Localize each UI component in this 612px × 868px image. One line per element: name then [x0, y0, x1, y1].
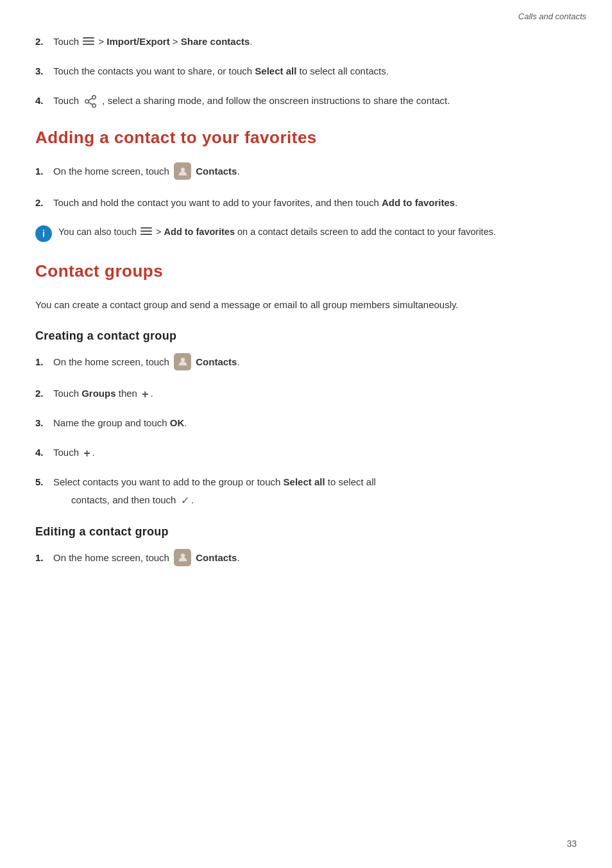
step-content: On the home screen, touch Contacts. [53, 164, 240, 181]
editing-group-heading: Editing a contact group [35, 525, 577, 539]
svg-point-0 [92, 96, 96, 100]
contact-groups-section: Contact groups You can create a contact … [35, 261, 577, 568]
page-header: Calls and contacts [0, 0, 612, 28]
step-item: 3. Name the group and touch OK. [35, 415, 577, 431]
step-number: 1. [35, 550, 53, 565]
step-item: 3. Touch the contacts you want to share,… [35, 64, 577, 79]
share-icon [83, 94, 98, 108]
step-content: Touch +. [53, 445, 95, 460]
step-content: Touch > Import/Export > Share contacts. [53, 34, 252, 49]
plus-icon: + [83, 447, 90, 459]
contact-groups-description: You can create a contact group and send … [35, 297, 577, 313]
step-number: 2. [35, 386, 53, 401]
step-number: 1. [35, 164, 53, 178]
creating-group-heading: Creating a contact group [35, 329, 577, 343]
svg-point-8 [180, 358, 184, 361]
plus-icon: + [142, 388, 149, 400]
step-content: Touch , select a sharing mode, and follo… [53, 93, 450, 108]
step-item: 1. On the home screen, touch Contacts. [35, 354, 577, 372]
svg-line-3 [89, 102, 92, 105]
step-number: 4. [35, 445, 53, 460]
step-number: 3. [35, 415, 53, 430]
step-item: 5. Select contacts you want to add to th… [35, 474, 577, 509]
step-number: 2. [35, 34, 53, 49]
info-icon: i [35, 225, 52, 242]
page-number: 33 [566, 838, 577, 849]
header-title: Calls and contacts [518, 12, 586, 21]
creating-group-subsection: Creating a contact group 1. On the home … [35, 329, 577, 509]
step-number: 3. [35, 64, 53, 78]
step-number: 4. [35, 93, 53, 108]
menu-icon [140, 227, 152, 236]
contact-groups-heading: Contact groups [35, 261, 577, 281]
step-item: 2. Touch Groups then +. [35, 386, 577, 401]
step-item: 1. On the home screen, touch Contacts. [35, 164, 577, 181]
menu-icon [83, 37, 94, 46]
check-icon: ✓ [181, 492, 189, 509]
step-number: 5. [35, 474, 53, 489]
step-content: Touch Groups then +. [53, 386, 153, 401]
step-content: Name the group and touch OK. [53, 415, 187, 431]
svg-point-6 [180, 168, 184, 171]
step-item: 4. Touch +. [35, 445, 577, 460]
step-item: 2. Touch and hold the contact you want t… [35, 195, 577, 211]
contacts-icon [174, 162, 191, 180]
favorites-heading: Adding a contact to your favorites [35, 128, 577, 148]
svg-point-10 [180, 553, 184, 557]
intro-steps-section: 2. Touch > Import/Export > Share contact… [35, 34, 577, 108]
step-item: 4. Touch , select a sharing mode, and fo… [35, 93, 577, 108]
editing-group-subsection: Editing a contact group 1. On the home s… [35, 525, 577, 568]
svg-point-1 [85, 100, 89, 103]
info-text: You can also touch > Add to favorites on… [58, 225, 577, 239]
svg-line-4 [89, 98, 92, 101]
step-number: 1. [35, 354, 53, 369]
step-item: 2. Touch > Import/Export > Share contact… [35, 34, 577, 49]
step-content: Touch the contacts you want to share, or… [53, 64, 389, 79]
step-content: On the home screen, touch Contacts. [53, 354, 240, 372]
contacts-icon [174, 549, 191, 566]
svg-point-2 [92, 104, 96, 108]
step-item: 1. On the home screen, touch Contacts. [35, 550, 577, 568]
step-number: 2. [35, 195, 53, 210]
content-area: 2. Touch > Import/Export > Share contact… [0, 28, 612, 620]
contacts-icon [174, 353, 191, 370]
step-content: On the home screen, touch Contacts. [53, 550, 240, 568]
info-note: i You can also touch > Add to favorites … [35, 225, 577, 242]
favorites-section: Adding a contact to your favorites 1. On… [35, 128, 577, 242]
step-indent: contacts, and then touch ✓. [71, 492, 376, 509]
step-content: Touch and hold the contact you want to a… [53, 195, 457, 211]
step-content: Select contacts you want to add to the g… [53, 474, 376, 509]
